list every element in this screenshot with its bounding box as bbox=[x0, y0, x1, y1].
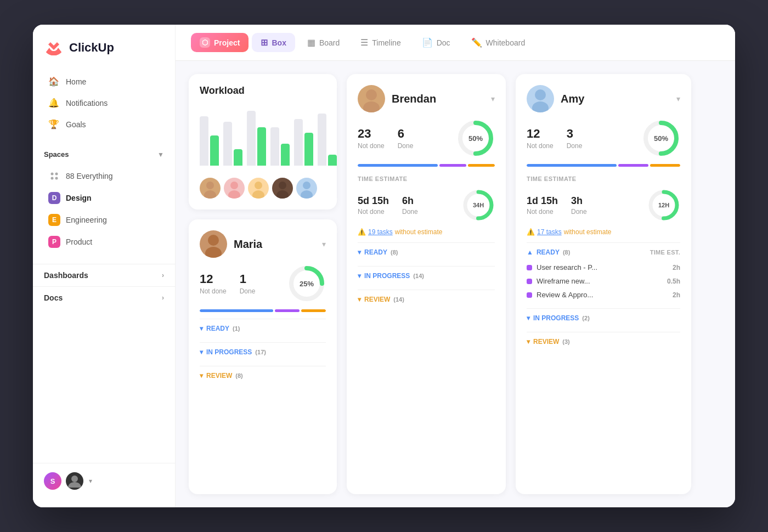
brendan-ready-header[interactable]: ▾ READY (8) bbox=[358, 248, 495, 256]
brendan-bar-yellow bbox=[468, 164, 495, 167]
everything-icon bbox=[48, 170, 60, 182]
amy-inprogress-label: IN PROGRESS bbox=[533, 314, 579, 322]
maria-bar-blue bbox=[200, 309, 273, 312]
tab-box[interactable]: ⊞ Box bbox=[252, 33, 295, 52]
maria-inprogress-header[interactable]: ▾ IN PROGRESS (17) bbox=[200, 348, 326, 356]
amy-bar-purple bbox=[618, 164, 648, 167]
svg-point-12 bbox=[276, 190, 289, 199]
spaces-list: 88 Everything D Design E Engineering P P… bbox=[33, 165, 175, 253]
tab-doc[interactable]: 📄 Doc bbox=[413, 33, 459, 52]
maria-bar-purple bbox=[275, 309, 300, 312]
amy-inprogress-header[interactable]: ▾ IN PROGRESS (2) bbox=[527, 314, 680, 322]
svg-point-26 bbox=[532, 101, 549, 112]
tab-board[interactable]: ▦ Board bbox=[298, 33, 348, 52]
svg-point-19 bbox=[366, 89, 377, 100]
task-label-2: Wireframe new... bbox=[537, 277, 590, 285]
amy-review-group: ▾ REVIEW (3) bbox=[527, 332, 680, 349]
maria-info: Maria bbox=[200, 230, 262, 258]
maria-inprogress-count: (17) bbox=[255, 349, 266, 355]
spaces-chevron-icon: ▼ bbox=[157, 151, 164, 159]
maria-ready-header[interactable]: ▾ READY (1) bbox=[200, 325, 326, 332]
brendan-review-header[interactable]: ▾ REVIEW (14) bbox=[358, 296, 495, 303]
chevron-review-icon: ▾ bbox=[358, 296, 361, 303]
bar-gray-5 bbox=[294, 119, 303, 166]
bar-5 bbox=[294, 119, 313, 166]
amy-warning-tasks-link[interactable]: 17 tasks bbox=[537, 228, 562, 236]
sidebar-item-design[interactable]: D Design bbox=[37, 187, 171, 209]
sidebar-bottom: S ▾ bbox=[33, 463, 175, 499]
tab-project[interactable]: ⬡ Project bbox=[191, 33, 249, 52]
brendan-not-done-time-value: 5d 15h bbox=[358, 195, 389, 207]
svg-point-20 bbox=[363, 101, 380, 112]
avatar-1 bbox=[200, 178, 221, 199]
sidebar-item-engineering[interactable]: E Engineering bbox=[37, 209, 171, 231]
brendan-ready-group: ▾ READY (8) bbox=[358, 242, 495, 259]
tab-whiteboard[interactable]: ✏️ Whiteboard bbox=[462, 33, 534, 52]
bell-icon: 🔔 bbox=[48, 98, 59, 108]
tab-timeline[interactable]: ☰ Timeline bbox=[352, 33, 409, 52]
timeline-tab-label: Timeline bbox=[372, 38, 400, 47]
engineering-label: Engineering bbox=[66, 216, 107, 224]
brendan-time-ring: 34H bbox=[462, 189, 495, 222]
sidebar-item-dashboards[interactable]: Dashboards › bbox=[33, 264, 175, 286]
sidebar-item-product[interactable]: P Product bbox=[37, 231, 171, 253]
user-avatar-s[interactable]: S bbox=[44, 472, 61, 490]
amy-name: Amy bbox=[561, 93, 584, 105]
sidebar-item-home[interactable]: 🏠 Home bbox=[37, 71, 171, 92]
maria-review-group: ▾ REVIEW (8) bbox=[200, 366, 326, 383]
brendan-review-count: (14) bbox=[393, 296, 404, 303]
amy-done-label: Done bbox=[567, 142, 583, 150]
amy-done: 3 Done bbox=[567, 127, 583, 150]
bar-green-2 bbox=[234, 149, 242, 166]
amy-review-header[interactable]: ▾ REVIEW (3) bbox=[527, 338, 680, 346]
whiteboard-tab-icon: ✏️ bbox=[471, 37, 482, 48]
brendan-bar-purple bbox=[439, 164, 466, 167]
box-tab-label: Box bbox=[272, 38, 286, 47]
docs-label: Docs bbox=[44, 293, 63, 302]
brendan-time-estimate-label: TIME ESTIMATE bbox=[358, 176, 495, 182]
brendan-chevron-icon[interactable]: ▾ bbox=[491, 94, 495, 103]
brendan-card: Brendan ▾ 23 Not done 6 Done bbox=[347, 74, 506, 494]
amy-progress-label: 50% bbox=[654, 134, 668, 143]
amy-review-count: (3) bbox=[562, 338, 569, 345]
timeline-tab-icon: ☰ bbox=[360, 37, 368, 48]
amy-bar-blue bbox=[527, 164, 617, 167]
task-row-3: Review & Appro... 2h bbox=[527, 288, 680, 302]
brendan-inprogress-header[interactable]: ▾ IN PROGRESS (14) bbox=[358, 272, 495, 280]
amy-not-done-time-label: Not done bbox=[527, 208, 558, 216]
sidebar-item-goals[interactable]: 🏆 Goals bbox=[37, 114, 171, 135]
amy-time-stats: 1d 15h Not done 3h Done 12H bbox=[527, 189, 680, 222]
brendan-warning-tasks-link[interactable]: 19 tasks bbox=[368, 228, 393, 236]
maria-chevron-icon[interactable]: ▾ bbox=[322, 240, 326, 248]
maria-bar-yellow bbox=[301, 309, 326, 312]
brendan-not-done-time-label: Not done bbox=[358, 208, 389, 216]
sidebar: ClickUp 🏠 Home 🔔 Notifications 🏆 Goals S… bbox=[33, 25, 176, 507]
sidebar-item-notifications[interactable]: 🔔 Notifications bbox=[37, 92, 171, 114]
product-badge: P bbox=[48, 236, 60, 248]
bar-gray-2 bbox=[223, 122, 232, 166]
user-dropdown-icon[interactable]: ▾ bbox=[89, 477, 92, 485]
maria-review-header[interactable]: ▾ REVIEW (8) bbox=[200, 372, 326, 380]
board-tab-label: Board bbox=[319, 38, 340, 47]
maria-ready-count: (1) bbox=[233, 325, 240, 332]
board-tab-icon: ▦ bbox=[307, 37, 315, 48]
brendan-warning: ⚠️ 19 tasks without estimate bbox=[358, 228, 495, 236]
bar-gray-1 bbox=[200, 116, 208, 166]
sidebar-item-docs[interactable]: Docs › bbox=[33, 286, 175, 309]
amy-chevron-icon[interactable]: ▾ bbox=[676, 94, 680, 103]
svg-point-5 bbox=[206, 182, 214, 189]
brendan-done-time-value: 6h bbox=[402, 195, 418, 207]
amy-not-done-label: Not done bbox=[527, 142, 554, 150]
user-avatar-b[interactable] bbox=[66, 472, 83, 490]
svg-point-8 bbox=[228, 190, 240, 199]
amy-ready-header[interactable]: ▲ READY (8) bbox=[527, 248, 570, 256]
amy-card: Amy ▾ 12 Not done 3 Done bbox=[516, 74, 691, 494]
maria-done-value: 1 bbox=[240, 272, 256, 286]
sidebar-item-everything[interactable]: 88 Everything bbox=[37, 165, 171, 187]
maria-color-bar bbox=[200, 309, 326, 312]
brendan-time-stats: 5d 15h Not done 6h Done 34H bbox=[358, 189, 495, 222]
spaces-header[interactable]: Spaces ▼ bbox=[33, 146, 175, 163]
maria-review-label: REVIEW bbox=[206, 372, 232, 380]
bar-gray-6 bbox=[318, 114, 326, 166]
amy-warning: ⚠️ 17 tasks without estimate bbox=[527, 228, 680, 236]
